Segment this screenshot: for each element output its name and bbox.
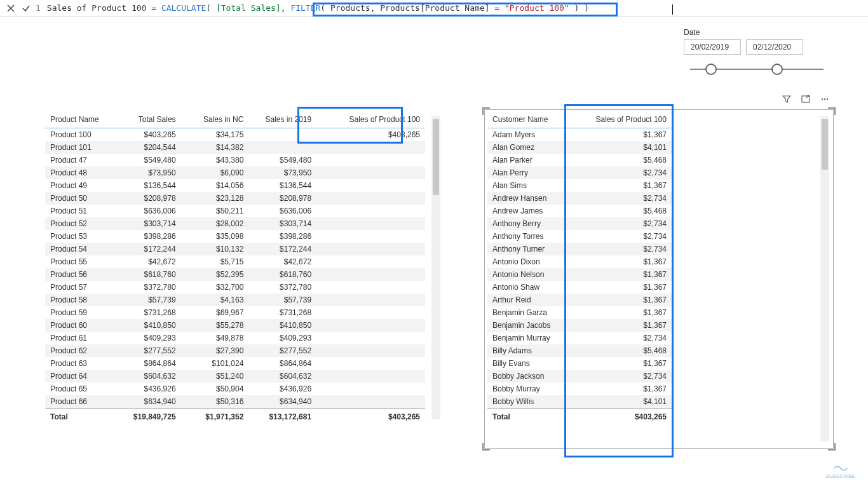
- cell: $35,098: [181, 230, 249, 243]
- table-row[interactable]: Bobby Murray$1,367: [487, 383, 672, 395]
- table-row[interactable]: Product 57$372,780$32,700$372,780: [45, 281, 425, 294]
- slider-handle-start[interactable]: [705, 64, 717, 75]
- cell: Andrew Hansen: [487, 192, 573, 205]
- slider-handle-end[interactable]: [771, 64, 783, 75]
- column-header[interactable]: Sales of Product 100: [316, 112, 425, 128]
- cell: $73,950: [248, 166, 316, 179]
- cell: Bobby Murray: [487, 383, 573, 395]
- cell: Anthony Torres: [487, 230, 573, 243]
- table-row[interactable]: Product 55$42,672$5,715$42,672: [45, 255, 425, 268]
- subscribe-label: SUBSCRIBE: [826, 473, 855, 479]
- table-row[interactable]: Product 64$604,632$51,240$604,632: [45, 370, 425, 383]
- cell: $1,367: [573, 294, 672, 306]
- table-row[interactable]: Anthony Turner$2,734: [487, 243, 672, 255]
- cancel-formula-button[interactable]: [5, 3, 17, 14]
- cell: $32,700: [181, 281, 249, 294]
- cell: $731,268: [113, 306, 181, 319]
- table-row[interactable]: Product 53$398,286$35,098$398,286: [45, 230, 425, 243]
- table-row[interactable]: Product 50$208,978$23,128$208,978: [45, 192, 425, 205]
- column-header[interactable]: Total Sales: [113, 112, 181, 128]
- product-table-visual[interactable]: Product NameTotal SalesSales in NCSales …: [44, 112, 426, 424]
- table-row[interactable]: Product 47$549,480$43,380$549,480: [45, 154, 425, 166]
- table-row[interactable]: Anthony Torres$2,734: [487, 230, 672, 243]
- cell: [316, 205, 425, 217]
- table-row[interactable]: Product 65$436,926$50,904$436,926: [45, 383, 425, 395]
- column-header[interactable]: Sales in NC: [181, 112, 249, 128]
- table-row[interactable]: Product 58$57,739$4,163$57,739: [45, 294, 425, 306]
- scrollbar[interactable]: [431, 116, 440, 419]
- cell: [316, 281, 425, 294]
- table-row[interactable]: Billy Evans$1,367: [487, 357, 672, 370]
- scrollbar[interactable]: [820, 116, 829, 442]
- formula-input[interactable]: Sales of Product 100 = CALCULATE( [Total…: [47, 3, 863, 13]
- cell: [316, 179, 425, 192]
- date-end-input[interactable]: 02/12/2020: [746, 39, 803, 55]
- table-row[interactable]: Product 48$73,950$6,090$73,950: [45, 166, 425, 179]
- table-row[interactable]: Benjamin Jacobs$1,367: [487, 319, 672, 332]
- total-cell: Total: [45, 409, 113, 424]
- table-row[interactable]: Product 61$409,293$49,878$409,293: [45, 332, 425, 344]
- column-header[interactable]: Customer Name: [487, 112, 573, 128]
- table-row[interactable]: Billy Adams$5,468: [487, 344, 672, 357]
- table-row[interactable]: Antonio Shaw$1,367: [487, 281, 672, 294]
- table-row[interactable]: Alan Parker$5,468: [487, 154, 672, 166]
- cell: $1,367: [573, 357, 672, 370]
- more-options-icon[interactable]: [820, 94, 830, 104]
- table-row[interactable]: Adam Myers$1,367: [487, 128, 672, 142]
- customer-table-visual[interactable]: Customer NameSales of Product 100 Adam M…: [484, 109, 834, 449]
- focus-mode-icon[interactable]: [801, 94, 811, 104]
- table-row[interactable]: Bobby Jackson$2,734: [487, 370, 672, 383]
- table-row[interactable]: Product 63$864,864$101,024$864,864: [45, 357, 425, 370]
- total-cell: Total: [487, 409, 573, 424]
- table-row[interactable]: Product 101$204,544$14,382: [45, 141, 425, 154]
- table-row[interactable]: Bobby Willis$4,101: [487, 395, 672, 409]
- table-row[interactable]: Product 56$618,760$52,395$618,760: [45, 268, 425, 281]
- cell: $372,780: [113, 281, 181, 294]
- date-start-input[interactable]: 20/02/2019: [684, 39, 741, 55]
- total-cell: $403,265: [316, 409, 425, 424]
- table-row[interactable]: Product 54$172,244$10,132$172,244: [45, 243, 425, 255]
- table-row[interactable]: Product 66$634,940$50,316$634,940: [45, 395, 425, 409]
- table-row[interactable]: Antonio Nelson$1,367: [487, 268, 672, 281]
- formula-bar: 1 Sales of Product 100 = CALCULATE( [Tot…: [0, 0, 868, 17]
- cell: $50,904: [181, 383, 249, 395]
- cell: $398,286: [113, 230, 181, 243]
- table-row[interactable]: Andrew James$5,468: [487, 205, 672, 217]
- column-header[interactable]: Sales of Product 100: [573, 112, 672, 128]
- cell: Bobby Jackson: [487, 370, 573, 383]
- cell: [316, 192, 425, 205]
- filter-icon[interactable]: [782, 94, 792, 104]
- table-row[interactable]: Benjamin Garza$1,367: [487, 306, 672, 319]
- table-row[interactable]: Antonio Dixon$1,367: [487, 255, 672, 268]
- cell: Product 53: [45, 230, 113, 243]
- table-row[interactable]: Product 59$731,268$69,967$731,268: [45, 306, 425, 319]
- date-slider[interactable]: [684, 60, 830, 79]
- cell: $2,734: [573, 166, 672, 179]
- svg-point-2: [824, 98, 825, 100]
- cell: Alan Sims: [487, 179, 573, 192]
- column-header[interactable]: Product Name: [45, 112, 113, 128]
- column-header[interactable]: Sales in 2019: [248, 112, 316, 128]
- table-row[interactable]: Alan Sims$1,367: [487, 179, 672, 192]
- table-row[interactable]: Alan Gomez$4,101: [487, 141, 672, 154]
- product-table: Product NameTotal SalesSales in NCSales …: [45, 112, 425, 423]
- table-row[interactable]: Anthony Berry$2,734: [487, 217, 672, 230]
- total-row: Total$19,849,725$1,971,352$13,172,681$40…: [45, 409, 425, 424]
- table-row[interactable]: Product 52$303,714$28,002$303,714: [45, 217, 425, 230]
- table-row[interactable]: Andrew Hansen$2,734: [487, 192, 672, 205]
- table-row[interactable]: Benjamin Murray$2,734: [487, 332, 672, 344]
- table-row[interactable]: Product 51$636,006$50,211$636,006: [45, 205, 425, 217]
- scrollbar-thumb[interactable]: [822, 119, 828, 170]
- table-row[interactable]: Arthur Reid$1,367: [487, 294, 672, 306]
- table-row[interactable]: Alan Perry$2,734: [487, 166, 672, 179]
- table-row[interactable]: Product 49$136,544$14,056$136,544: [45, 179, 425, 192]
- table-row[interactable]: Product 100$403,265$34,175$403,265: [45, 128, 425, 142]
- total-cell: $13,172,681: [248, 409, 316, 424]
- commit-formula-button[interactable]: [20, 3, 32, 14]
- scrollbar-thumb[interactable]: [433, 119, 439, 195]
- cell: [248, 141, 316, 154]
- cell: $42,672: [248, 255, 316, 268]
- table-row[interactable]: Product 60$410,850$55,278$410,850: [45, 319, 425, 332]
- cell: $398,286: [248, 230, 316, 243]
- table-row[interactable]: Product 62$277,552$27,390$277,552: [45, 344, 425, 357]
